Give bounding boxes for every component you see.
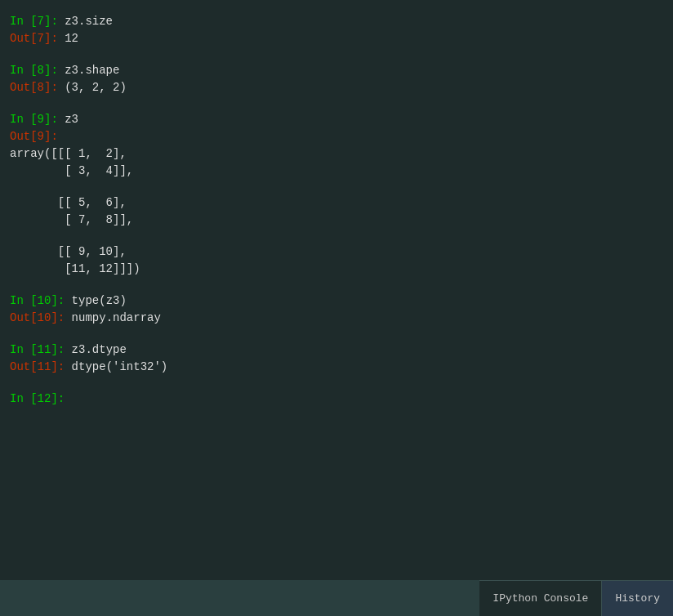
out-prompt: Out[10]:	[10, 311, 65, 324]
in-prompt: In [9]:	[10, 113, 58, 126]
out-prompt: Out[7]:	[10, 32, 58, 45]
out-value: dtype('int32')	[65, 360, 167, 373]
console-line: Out[7]: 12	[10, 30, 663, 47]
in-prompt: In [12]:	[10, 392, 65, 405]
code-text: z3.shape	[58, 64, 120, 77]
tab-history-label: History	[615, 592, 660, 605]
code-text: z3.dtype	[65, 343, 127, 356]
console-line: In [8]: z3.shape	[10, 62, 663, 79]
console-line	[10, 180, 663, 194]
console-line	[10, 278, 663, 292]
console-line	[10, 96, 663, 111]
code-text: type(z3)	[65, 294, 127, 307]
console-line: Out[11]: dtype('int32')	[10, 359, 663, 376]
out-value: 12	[58, 32, 78, 45]
console-line	[10, 376, 663, 391]
console-line: In [11]: z3.dtype	[10, 341, 663, 359]
console-line	[10, 229, 663, 243]
out-value: numpy.ndarray	[65, 311, 161, 324]
out-value: (3, 2, 2)	[58, 81, 127, 94]
tab-ipython[interactable]: IPython Console	[479, 580, 601, 616]
out-prompt: Out[8]:	[10, 81, 58, 94]
bottom-bar: IPython Console History	[0, 580, 673, 616]
console-line: In [9]: z3	[10, 111, 663, 128]
console-line	[10, 327, 663, 341]
in-prompt: In [11]:	[10, 343, 65, 356]
output-text: [[ 9, 10],	[10, 243, 663, 261]
console-line: Out[10]: numpy.ndarray	[10, 310, 663, 327]
output-text: [11, 12]]])	[10, 261, 663, 278]
console-area: In [7]: z3.sizeOut[7]: 12In [8]: z3.shap…	[0, 0, 673, 580]
out-prompt: Out[11]:	[10, 360, 65, 373]
output-text: [ 3, 4]],	[10, 163, 663, 180]
console-line	[10, 47, 663, 62]
output-text: [ 7, 8]],	[10, 212, 663, 229]
console-line: In [10]: type(z3)	[10, 292, 663, 310]
console-line: Out[9]:	[10, 128, 663, 145]
console-line: In [7]: z3.size	[10, 13, 663, 30]
tab-history[interactable]: History	[602, 580, 673, 616]
output-text: [[ 5, 6],	[10, 194, 663, 212]
console-line: In [12]:	[10, 391, 663, 408]
console-line: Out[8]: (3, 2, 2)	[10, 79, 663, 96]
in-prompt: In [10]:	[10, 294, 65, 307]
output-text: array([[[ 1, 2],	[10, 145, 663, 163]
code-text: z3	[58, 113, 78, 126]
code-text: z3.size	[58, 15, 113, 28]
in-prompt: In [7]:	[10, 15, 58, 28]
in-prompt: In [8]:	[10, 64, 58, 77]
out-prompt: Out[9]:	[10, 130, 58, 143]
tab-ipython-label: IPython Console	[492, 592, 588, 605]
